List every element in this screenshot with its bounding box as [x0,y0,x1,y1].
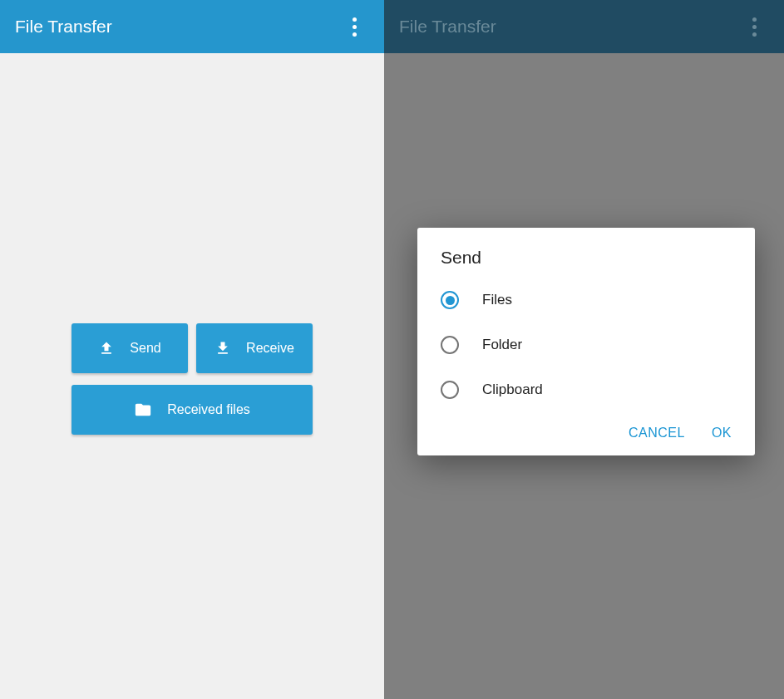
cancel-button[interactable]: CANCEL [629,426,685,441]
dialog-actions: CANCEL OK [417,412,755,447]
received-files-button-label: Received files [167,402,250,417]
dialog-title: Send [417,248,755,278]
radio-icon [441,336,459,354]
send-button-label: Send [130,341,160,356]
more-options-icon [353,17,357,37]
screen-dialog: File Transfer Send Files Folder Clipboar… [384,0,784,699]
folder-icon [134,401,152,419]
radio-option-files[interactable]: Files [417,278,755,322]
radio-icon [441,381,459,399]
more-options-button-disabled [734,7,774,47]
send-button[interactable]: Send [71,323,188,373]
received-files-button[interactable]: Received files [71,385,313,435]
radio-icon-selected [441,291,459,309]
more-options-button[interactable] [334,7,374,47]
app-title: File Transfer [399,17,496,37]
more-options-icon [752,17,757,37]
radio-option-clipboard[interactable]: Clipboard [417,367,755,412]
radio-label: Files [482,292,512,308]
radio-label: Folder [482,337,522,353]
appbar: File Transfer [0,0,384,53]
app-title: File Transfer [15,17,112,37]
main-content: Send Receive Received files [0,53,384,699]
radio-label: Clipboard [482,381,543,398]
upload-icon [98,340,115,357]
ok-button[interactable]: OK [712,426,732,441]
receive-button[interactable]: Receive [196,323,313,373]
action-button-group: Send Receive Received files [71,323,313,435]
download-icon [214,340,231,357]
radio-option-folder[interactable]: Folder [417,322,755,367]
screen-main: File Transfer Send Receive [0,0,384,699]
appbar-dimmed: File Transfer [384,0,784,53]
send-dialog: Send Files Folder Clipboard CANCEL OK [417,228,755,455]
receive-button-label: Receive [246,341,294,356]
